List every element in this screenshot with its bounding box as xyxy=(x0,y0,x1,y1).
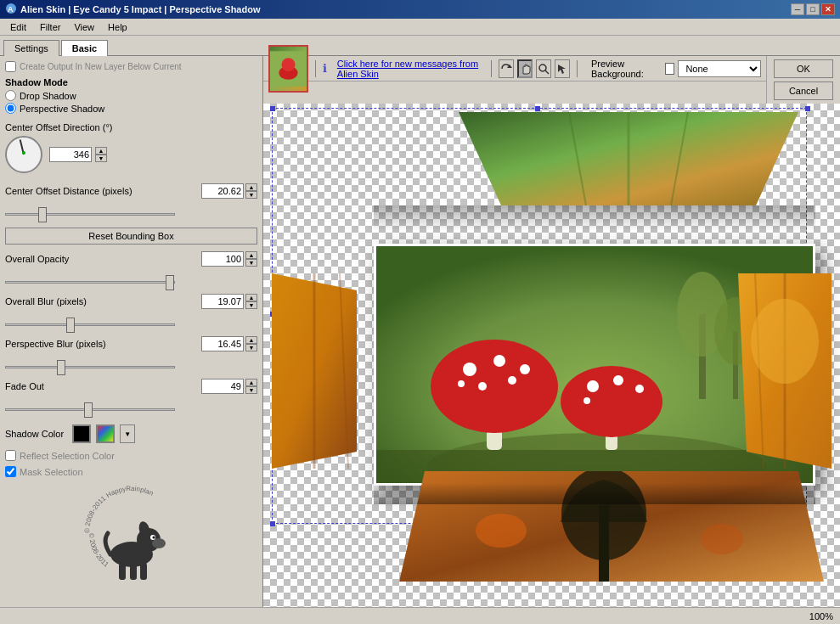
overall-blur-spin-up[interactable]: ▲ xyxy=(245,294,257,301)
ok-button[interactable]: OK xyxy=(774,59,833,78)
maximize-button[interactable]: □ xyxy=(806,3,820,15)
canvas-area[interactable] xyxy=(263,104,840,607)
left-panel: Create Output In New Layer Below Current… xyxy=(0,56,263,607)
overall-blur-spin-buttons: ▲ ▼ xyxy=(245,294,257,309)
menu-filter[interactable]: Filter xyxy=(33,20,67,34)
center-distance-slider[interactable] xyxy=(5,213,175,216)
zoom-tool-button[interactable] xyxy=(536,59,551,78)
bottom-image xyxy=(399,471,824,582)
tab-bar: Settings Basic xyxy=(0,36,840,55)
preview-toolbar: ℹ Click here for new messages from Alien… xyxy=(263,56,766,82)
handle-bl[interactable] xyxy=(270,521,275,526)
direction-value-input[interactable] xyxy=(49,147,92,162)
cancel-button[interactable]: Cancel xyxy=(774,82,833,100)
rotate-tool-button[interactable] xyxy=(499,59,514,78)
drop-shadow-radio[interactable] xyxy=(5,90,16,101)
close-button[interactable]: ✕ xyxy=(821,3,835,15)
svg-marker-19 xyxy=(558,65,566,74)
fade-out-slider-row xyxy=(5,402,257,413)
arrow-icon xyxy=(556,63,568,75)
fade-out-row: Fade Out ▲ ▼ xyxy=(5,379,257,394)
fade-out-spin-down[interactable]: ▼ xyxy=(245,386,257,394)
shadow-color-label: Shadow Color xyxy=(5,429,64,439)
svg-point-41 xyxy=(458,380,465,387)
center-distance-spin-up[interactable]: ▲ xyxy=(245,183,257,191)
svg-point-15 xyxy=(282,58,296,71)
fade-out-slider[interactable] xyxy=(5,408,175,411)
tab-settings[interactable]: Settings xyxy=(3,40,59,56)
svg-point-39 xyxy=(478,382,487,391)
fade-out-value-box: ▲ ▼ xyxy=(201,379,257,394)
mask-selection-row: Mask Selection xyxy=(5,466,257,477)
rotate-icon xyxy=(500,63,512,75)
reflect-selection-row: Reflect Selection Color xyxy=(5,450,257,461)
perspective-blur-spin-up[interactable]: ▲ xyxy=(245,336,257,344)
tab-basic[interactable]: Basic xyxy=(61,40,108,56)
compass-dot xyxy=(22,151,25,155)
fade-out-input[interactable] xyxy=(201,379,244,394)
svg-text:A: A xyxy=(8,5,14,14)
fade-out-spin-up[interactable]: ▲ xyxy=(245,379,257,386)
select-tool-button[interactable] xyxy=(555,59,570,78)
overall-opacity-slider[interactable] xyxy=(5,281,175,284)
top-image xyxy=(433,112,824,205)
create-output-checkbox[interactable] xyxy=(5,61,16,72)
perspective-blur-spin-down[interactable]: ▼ xyxy=(245,344,257,351)
compass-widget[interactable] xyxy=(5,136,42,173)
overall-opacity-label: Overall Opacity xyxy=(5,254,201,264)
handle-tm[interactable] xyxy=(535,106,540,111)
reflect-selection-checkbox[interactable] xyxy=(5,450,16,461)
statusbar: 100% xyxy=(0,607,840,624)
preview-bg-select[interactable]: None xyxy=(678,60,761,77)
create-output-label: Create Output In New Layer Below Current xyxy=(20,62,182,71)
perspective-shadow-radio[interactable] xyxy=(5,103,16,114)
svg-point-44 xyxy=(587,380,599,392)
menu-edit[interactable]: Edit xyxy=(3,20,33,34)
direction-spin-up[interactable]: ▲ xyxy=(95,147,107,155)
hand-tool-button[interactable] xyxy=(517,59,533,78)
menubar: Edit Filter View Help xyxy=(0,19,840,36)
mask-selection-checkbox[interactable] xyxy=(5,466,16,477)
svg-rect-10 xyxy=(130,563,137,580)
preview-bg-color-swatch xyxy=(665,63,675,75)
drop-shadow-label: Drop Shadow xyxy=(20,91,76,101)
overall-opacity-spin-up[interactable]: ▲ xyxy=(245,251,257,259)
overall-blur-spin-down[interactable]: ▼ xyxy=(245,301,257,309)
direction-spinbox-row: ▲ ▼ xyxy=(49,147,107,162)
svg-rect-11 xyxy=(140,563,147,580)
thumbnail-image xyxy=(270,47,307,91)
overall-opacity-input[interactable] xyxy=(201,251,244,267)
preview-thumbnail[interactable] xyxy=(268,45,308,93)
app-container: Settings Basic Create Output In New Laye… xyxy=(0,36,840,624)
center-distance-label: Center Offset Distance (pixels) xyxy=(5,186,201,196)
menu-view[interactable]: View xyxy=(67,20,101,34)
perspective-blur-input[interactable] xyxy=(201,336,244,351)
shadow-color-swatch[interactable] xyxy=(72,424,91,443)
reflect-selection-label: Reflect Selection Color xyxy=(20,451,115,461)
minimize-button[interactable]: ─ xyxy=(791,3,804,15)
alien-skin-message-link[interactable]: Click here for new messages from Alien S… xyxy=(337,59,484,79)
center-distance-input[interactable] xyxy=(201,183,244,199)
direction-spin-down[interactable]: ▼ xyxy=(95,155,107,162)
overall-opacity-spin-buttons: ▲ ▼ xyxy=(245,251,257,267)
reset-bounding-box-button[interactable]: Reset Bounding Box xyxy=(5,228,257,245)
perspective-blur-label: Perspective Blur (pixels) xyxy=(5,339,201,349)
menu-help[interactable]: Help xyxy=(101,20,134,34)
shadow-color-dropdown[interactable]: ▼ xyxy=(120,424,135,443)
handle-tl[interactable] xyxy=(270,106,275,111)
shadow-mode-section: Shadow Mode Drop Shadow Perspective Shad… xyxy=(5,77,257,115)
shadow-color-multi[interactable] xyxy=(96,424,115,443)
center-distance-spin-down[interactable]: ▼ xyxy=(245,191,257,199)
svg-point-6 xyxy=(152,538,166,548)
overall-opacity-spin-down[interactable]: ▼ xyxy=(245,259,257,267)
toolbar-divider-3 xyxy=(577,60,578,77)
zoom-icon xyxy=(538,63,550,75)
info-icon: ℹ xyxy=(323,62,327,75)
overall-blur-input[interactable] xyxy=(201,294,244,309)
center-direction-section: Center Offset Direction (°) ▲ ▼ xyxy=(5,122,257,177)
handle-tr[interactable] xyxy=(805,106,810,111)
overall-blur-slider[interactable] xyxy=(5,323,175,326)
overall-blur-slider-row xyxy=(5,318,257,328)
perspective-blur-slider[interactable] xyxy=(5,366,175,368)
direction-spin-buttons: ▲ ▼ xyxy=(95,147,107,162)
